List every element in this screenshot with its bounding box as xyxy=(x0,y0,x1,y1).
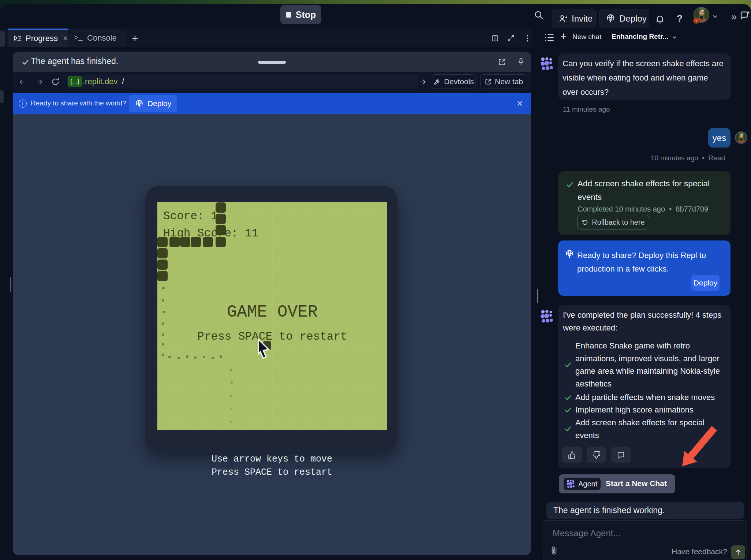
svg-text:Score: 1: Score: 1 xyxy=(163,210,218,223)
svg-text:Press SPACE to restart: Press SPACE to restart xyxy=(197,330,347,343)
svg-text:GAME OVER: GAME OVER xyxy=(227,303,318,322)
